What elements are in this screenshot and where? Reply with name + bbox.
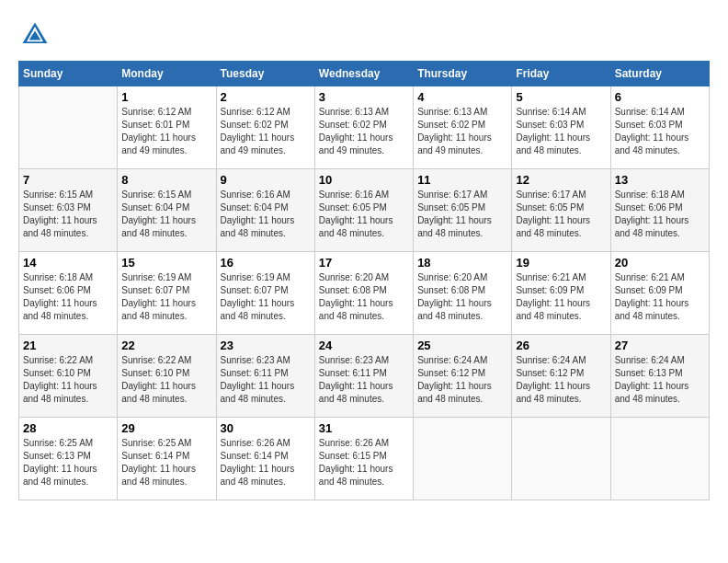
cell-info: Sunrise: 6:14 AMSunset: 6:03 PMDaylight:… (516, 106, 606, 157)
calendar-cell: 31Sunrise: 6:26 AMSunset: 6:15 PMDayligh… (314, 418, 413, 500)
column-header-tuesday: Tuesday (216, 62, 314, 86)
day-number: 21 (23, 339, 113, 352)
day-number: 28 (23, 421, 113, 435)
calendar-cell: 20Sunrise: 6:21 AMSunset: 6:09 PMDayligh… (610, 252, 709, 335)
column-header-friday: Friday (512, 62, 610, 86)
day-number: 18 (417, 256, 507, 270)
calendar-cell: 24Sunrise: 6:23 AMSunset: 6:11 PMDayligh… (314, 335, 413, 418)
day-number: 8 (121, 173, 211, 187)
cell-info: Sunrise: 6:17 AMSunset: 6:05 PMDaylight:… (417, 189, 507, 240)
day-number: 24 (319, 339, 409, 352)
calendar-cell: 19Sunrise: 6:21 AMSunset: 6:09 PMDayligh… (512, 252, 610, 335)
day-number: 11 (417, 173, 507, 187)
calendar-cell: 14Sunrise: 6:18 AMSunset: 6:06 PMDayligh… (19, 252, 118, 335)
calendar-cell: 25Sunrise: 6:24 AMSunset: 6:12 PMDayligh… (414, 335, 512, 418)
cell-info: Sunrise: 6:20 AMSunset: 6:08 PMDaylight:… (417, 271, 507, 323)
cell-info: Sunrise: 6:13 AMSunset: 6:02 PMDaylight:… (319, 106, 409, 157)
calendar-cell: 5Sunrise: 6:14 AMSunset: 6:03 PMDaylight… (512, 86, 610, 169)
calendar-week-row: 21Sunrise: 6:22 AMSunset: 6:10 PMDayligh… (19, 335, 710, 418)
cell-info: Sunrise: 6:19 AMSunset: 6:07 PMDaylight:… (221, 271, 311, 323)
calendar-cell: 29Sunrise: 6:25 AMSunset: 6:14 PMDayligh… (118, 418, 216, 500)
cell-info: Sunrise: 6:20 AMSunset: 6:08 PMDaylight:… (319, 271, 409, 323)
calendar-header-row: SundayMondayTuesdayWednesdayThursdayFrid… (19, 62, 710, 86)
cell-info: Sunrise: 6:18 AMSunset: 6:06 PMDaylight:… (615, 189, 705, 240)
cell-info: Sunrise: 6:21 AMSunset: 6:09 PMDaylight:… (516, 271, 606, 323)
column-header-thursday: Thursday (414, 62, 512, 86)
calendar-cell: 21Sunrise: 6:22 AMSunset: 6:10 PMDayligh… (19, 335, 118, 418)
day-number: 25 (417, 339, 507, 352)
day-number: 15 (121, 256, 211, 270)
column-header-saturday: Saturday (610, 62, 709, 86)
calendar-cell: 8Sunrise: 6:15 AMSunset: 6:04 PMDaylight… (118, 169, 216, 252)
calendar-cell: 18Sunrise: 6:20 AMSunset: 6:08 PMDayligh… (414, 252, 512, 335)
day-number: 27 (615, 339, 705, 352)
day-number: 26 (516, 339, 606, 352)
cell-info: Sunrise: 6:13 AMSunset: 6:02 PMDaylight:… (417, 106, 507, 157)
calendar-week-row: 14Sunrise: 6:18 AMSunset: 6:06 PMDayligh… (19, 252, 710, 335)
day-number: 19 (516, 256, 606, 270)
column-header-monday: Monday (118, 62, 216, 86)
cell-info: Sunrise: 6:22 AMSunset: 6:10 PMDaylight:… (121, 354, 211, 406)
logo-icon (18, 18, 51, 52)
calendar-cell: 9Sunrise: 6:16 AMSunset: 6:04 PMDaylight… (216, 169, 314, 252)
cell-info: Sunrise: 6:19 AMSunset: 6:07 PMDaylight:… (121, 271, 211, 323)
calendar-cell: 28Sunrise: 6:25 AMSunset: 6:13 PMDayligh… (19, 418, 118, 500)
cell-info: Sunrise: 6:15 AMSunset: 6:03 PMDaylight:… (23, 189, 113, 240)
calendar-cell: 23Sunrise: 6:23 AMSunset: 6:11 PMDayligh… (216, 335, 314, 418)
cell-info: Sunrise: 6:24 AMSunset: 6:12 PMDaylight:… (516, 354, 606, 406)
column-header-sunday: Sunday (19, 62, 118, 86)
calendar-cell: 7Sunrise: 6:15 AMSunset: 6:03 PMDaylight… (19, 169, 118, 252)
day-number: 31 (319, 421, 409, 435)
day-number: 3 (319, 90, 409, 104)
calendar-cell (512, 418, 610, 500)
calendar-cell: 4Sunrise: 6:13 AMSunset: 6:02 PMDaylight… (414, 86, 512, 169)
calendar-cell: 17Sunrise: 6:20 AMSunset: 6:08 PMDayligh… (314, 252, 413, 335)
calendar-cell: 15Sunrise: 6:19 AMSunset: 6:07 PMDayligh… (118, 252, 216, 335)
calendar-cell (610, 418, 709, 500)
day-number: 20 (615, 256, 705, 270)
cell-info: Sunrise: 6:23 AMSunset: 6:11 PMDaylight:… (221, 354, 311, 406)
calendar-cell (19, 86, 118, 169)
day-number: 23 (221, 339, 311, 352)
day-number: 1 (121, 90, 211, 104)
cell-info: Sunrise: 6:15 AMSunset: 6:04 PMDaylight:… (121, 189, 211, 240)
cell-info: Sunrise: 6:16 AMSunset: 6:05 PMDaylight:… (319, 189, 409, 240)
column-header-wednesday: Wednesday (314, 62, 413, 86)
day-number: 12 (516, 173, 606, 187)
calendar-table: SundayMondayTuesdayWednesdayThursdayFrid… (18, 61, 710, 500)
day-number: 7 (23, 173, 113, 187)
cell-info: Sunrise: 6:21 AMSunset: 6:09 PMDaylight:… (615, 271, 705, 323)
calendar-week-row: 1Sunrise: 6:12 AMSunset: 6:01 PMDaylight… (19, 86, 710, 169)
cell-info: Sunrise: 6:24 AMSunset: 6:12 PMDaylight:… (417, 354, 507, 406)
cell-info: Sunrise: 6:24 AMSunset: 6:13 PMDaylight:… (615, 354, 705, 406)
calendar-cell: 2Sunrise: 6:12 AMSunset: 6:02 PMDaylight… (216, 86, 314, 169)
calendar-week-row: 7Sunrise: 6:15 AMSunset: 6:03 PMDaylight… (19, 169, 710, 252)
calendar-cell: 26Sunrise: 6:24 AMSunset: 6:12 PMDayligh… (512, 335, 610, 418)
calendar-cell: 16Sunrise: 6:19 AMSunset: 6:07 PMDayligh… (216, 252, 314, 335)
day-number: 5 (516, 90, 606, 104)
logo (18, 18, 55, 52)
day-number: 10 (319, 173, 409, 187)
day-number: 29 (121, 421, 211, 435)
cell-info: Sunrise: 6:16 AMSunset: 6:04 PMDaylight:… (221, 189, 311, 240)
calendar-week-row: 28Sunrise: 6:25 AMSunset: 6:13 PMDayligh… (19, 418, 710, 500)
day-number: 16 (221, 256, 311, 270)
cell-info: Sunrise: 6:12 AMSunset: 6:01 PMDaylight:… (121, 106, 211, 157)
cell-info: Sunrise: 6:23 AMSunset: 6:11 PMDaylight:… (319, 354, 409, 406)
cell-info: Sunrise: 6:26 AMSunset: 6:15 PMDaylight:… (319, 437, 409, 488)
cell-info: Sunrise: 6:22 AMSunset: 6:10 PMDaylight:… (23, 354, 113, 406)
cell-info: Sunrise: 6:12 AMSunset: 6:02 PMDaylight:… (221, 106, 311, 157)
calendar-cell (414, 418, 512, 500)
calendar-cell: 12Sunrise: 6:17 AMSunset: 6:05 PMDayligh… (512, 169, 610, 252)
calendar-cell: 1Sunrise: 6:12 AMSunset: 6:01 PMDaylight… (118, 86, 216, 169)
cell-info: Sunrise: 6:26 AMSunset: 6:14 PMDaylight:… (221, 437, 311, 488)
calendar-cell: 6Sunrise: 6:14 AMSunset: 6:03 PMDaylight… (610, 86, 709, 169)
cell-info: Sunrise: 6:17 AMSunset: 6:05 PMDaylight:… (516, 189, 606, 240)
day-number: 22 (121, 339, 211, 352)
cell-info: Sunrise: 6:25 AMSunset: 6:14 PMDaylight:… (121, 437, 211, 488)
day-number: 14 (23, 256, 113, 270)
cell-info: Sunrise: 6:14 AMSunset: 6:03 PMDaylight:… (615, 106, 705, 157)
calendar-cell: 13Sunrise: 6:18 AMSunset: 6:06 PMDayligh… (610, 169, 709, 252)
calendar-cell: 10Sunrise: 6:16 AMSunset: 6:05 PMDayligh… (314, 169, 413, 252)
day-number: 13 (615, 173, 705, 187)
